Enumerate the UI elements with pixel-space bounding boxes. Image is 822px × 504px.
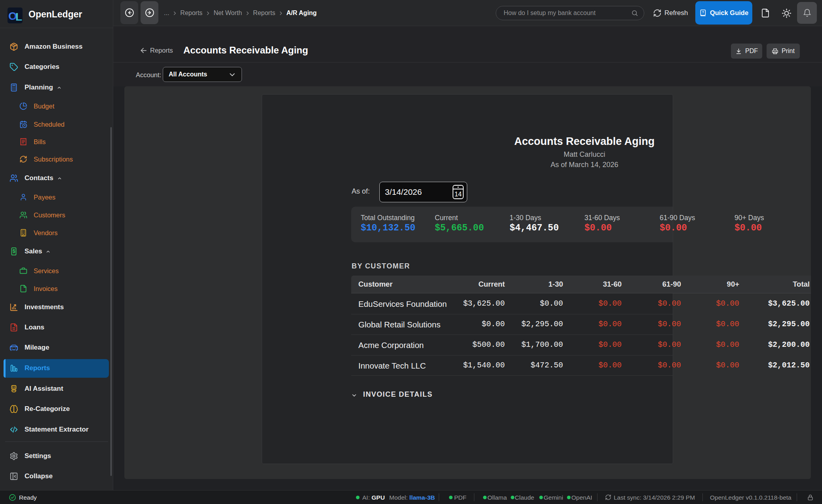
svg-text:L: L — [15, 11, 22, 23]
svg-text:14: 14 — [455, 191, 462, 198]
